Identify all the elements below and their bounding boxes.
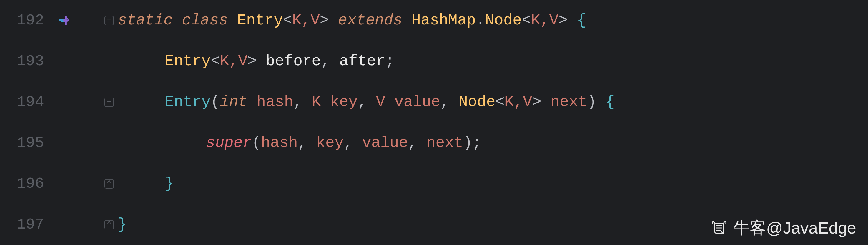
watermark: 牛客@JavaEdge xyxy=(710,219,856,237)
param-type: V xyxy=(376,94,385,111)
line-number-gutter: 192 xyxy=(0,0,59,41)
code-content: static class Entry<K,V> extends HashMap.… xyxy=(59,13,586,28)
field-name: after xyxy=(339,53,385,70)
type-param: K xyxy=(292,12,301,29)
param-type: K xyxy=(312,94,321,111)
cow-icon xyxy=(710,219,728,237)
field-name: before xyxy=(266,53,321,70)
keyword-class: class xyxy=(182,12,228,29)
code-line[interactable]: 194 − Entry(int hash, K key, V value, No… xyxy=(0,82,868,123)
line-number-gutter: 197 xyxy=(0,204,59,245)
arg: hash xyxy=(261,134,298,151)
line-number-gutter: 193 xyxy=(0,41,59,82)
type-param: V xyxy=(549,12,558,29)
code-content: } xyxy=(59,217,127,232)
param: hash xyxy=(256,94,293,111)
close-brace: } xyxy=(118,216,127,233)
open-brace: { xyxy=(577,12,586,29)
line-number: 192 xyxy=(17,13,44,28)
code-line[interactable]: 196 ⌃ } xyxy=(0,163,868,204)
param: next xyxy=(551,94,587,111)
code-line[interactable]: 192 − static class Entry<K,V> extends Ha… xyxy=(0,0,868,41)
param: value xyxy=(394,94,440,111)
code-line[interactable]: 193 Entry<K,V> before, after; xyxy=(0,41,868,82)
watermark-text: 牛客@JavaEdge xyxy=(733,220,856,236)
close-brace: } xyxy=(165,175,174,193)
line-number: 195 xyxy=(17,135,44,151)
type-ref: Node xyxy=(459,94,496,111)
line-number: 193 xyxy=(17,54,44,69)
keyword-extends: extends xyxy=(338,12,402,29)
type-param: K xyxy=(531,12,540,29)
type-param: V xyxy=(310,12,319,29)
param: key xyxy=(330,94,358,111)
type-ref: Entry xyxy=(165,53,211,70)
arg: value xyxy=(362,134,408,151)
keyword-static: static xyxy=(118,12,173,29)
line-number-gutter: 196 xyxy=(0,163,59,204)
arg: next xyxy=(426,134,463,151)
line-number: 197 xyxy=(17,217,44,232)
code-content: Entry<K,V> before, after; xyxy=(59,54,394,69)
class-ref: Node xyxy=(485,12,522,29)
code-editor: 192 − static class Entry<K,V> extends Ha… xyxy=(0,0,868,245)
constructor-name: Entry xyxy=(165,94,211,111)
line-number-gutter: 195 xyxy=(0,123,59,163)
code-content: Entry(int hash, K key, V value, Node<K,V… xyxy=(59,95,615,110)
keyword-super: super xyxy=(206,134,252,151)
code-line[interactable]: 195 super(hash, key, value, next); xyxy=(0,123,868,163)
line-number: 196 xyxy=(17,176,44,191)
line-number: 194 xyxy=(17,95,44,110)
code-content: super(hash, key, value, next); xyxy=(59,135,482,151)
line-number-gutter: 194 xyxy=(0,82,59,123)
code-content: } xyxy=(59,176,174,191)
class-ref: HashMap xyxy=(412,12,476,29)
keyword-int: int xyxy=(220,94,247,111)
arg: key xyxy=(316,134,344,151)
class-name: Entry xyxy=(237,12,283,29)
